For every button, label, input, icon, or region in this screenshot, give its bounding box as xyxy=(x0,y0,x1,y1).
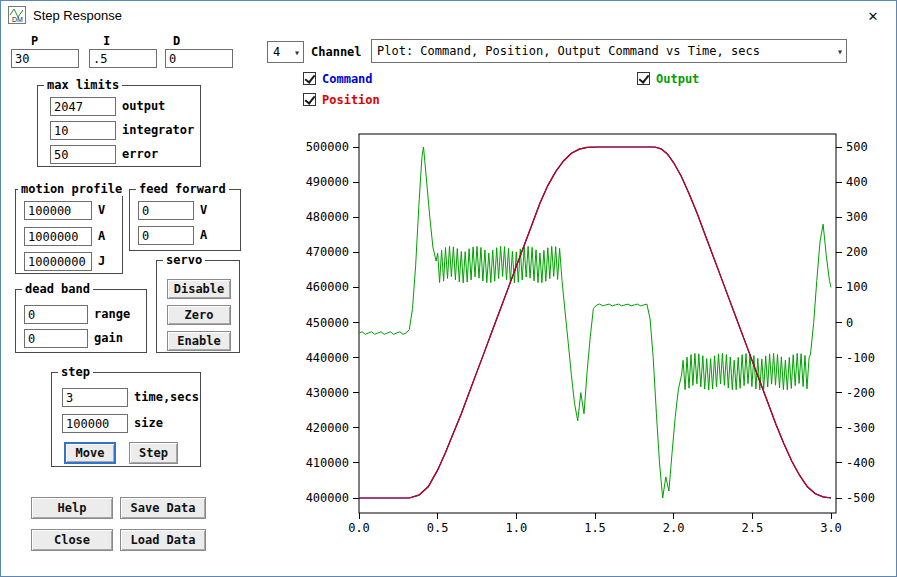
chevron-down-icon xyxy=(294,47,300,58)
ff-accel-input[interactable] xyxy=(138,226,194,245)
p-input[interactable] xyxy=(11,49,79,68)
left-axis-tick-label: 470000 xyxy=(306,245,349,259)
step-time-label: time,secs xyxy=(134,390,199,404)
right-axis-tick-label: -300 xyxy=(846,421,875,435)
close-button[interactable]: Close xyxy=(31,529,113,551)
left-axis-tick-label: 500000 xyxy=(306,140,349,154)
max-output-input[interactable] xyxy=(50,97,116,116)
output-checkbox-box xyxy=(637,72,650,85)
profile-velocity-label: V xyxy=(98,203,105,217)
i-input[interactable] xyxy=(89,49,157,68)
max-error-input[interactable] xyxy=(50,145,116,164)
position-checkbox[interactable]: Position xyxy=(303,92,395,108)
left-axis-tick-label: 460000 xyxy=(306,280,349,294)
command-checkbox-label: Command xyxy=(322,72,373,86)
close-window-button[interactable] xyxy=(850,1,896,30)
dead-band-gain-label: gain xyxy=(94,331,123,345)
right-axis-tick-label: 200 xyxy=(846,245,868,259)
servo-enable-button[interactable]: Enable xyxy=(167,331,231,351)
x-axis-tick-label: 2.5 xyxy=(741,521,763,535)
step-title: step xyxy=(58,365,93,379)
d-input[interactable] xyxy=(165,49,233,68)
feed-forward-title: feed forward xyxy=(136,182,229,196)
left-axis-tick-label: 440000 xyxy=(306,351,349,365)
ff-velocity-label: V xyxy=(200,203,207,217)
output-checkbox[interactable]: Output xyxy=(637,71,717,87)
max-error-label: error xyxy=(122,147,158,161)
right-axis-tick-label: 400 xyxy=(846,175,868,189)
ff-accel-label: A xyxy=(200,228,207,242)
servo-disable-button[interactable]: Disable xyxy=(167,279,231,299)
x-axis-tick-label: 0.5 xyxy=(427,521,449,535)
profile-velocity-input[interactable] xyxy=(24,201,92,220)
x-axis-tick-label: 2.0 xyxy=(663,521,685,535)
dead-band-group: dead band range gain xyxy=(15,289,147,353)
window: DM Step Response P I D 4 Channel Plot: C… xyxy=(0,0,897,577)
command-checkbox-box xyxy=(303,72,316,85)
p-label: P xyxy=(31,34,38,48)
right-axis-tick-label: -500 xyxy=(846,491,875,505)
step-time-input[interactable] xyxy=(62,388,128,407)
left-axis-tick-label: 450000 xyxy=(306,316,349,330)
servo-group: servo Disable Zero Enable xyxy=(156,260,240,353)
d-label: D xyxy=(173,34,180,48)
max-limits-title: max limits xyxy=(44,78,122,92)
right-axis-tick-label: 100 xyxy=(846,280,868,294)
step-group: step time,secs size Move Step xyxy=(51,372,201,467)
max-output-label: output xyxy=(122,99,165,113)
chart: 4000004100004200004300004400004500004600… xyxy=(301,126,891,546)
step-size-label: size xyxy=(134,416,163,430)
window-title: Step Response xyxy=(33,8,122,23)
right-axis-tick-label: 300 xyxy=(846,210,868,224)
dead-band-gain-input[interactable] xyxy=(24,329,88,348)
max-integrator-label: integrator xyxy=(122,123,194,137)
plot-select-value: Plot: Command, Position, Output Command … xyxy=(377,44,760,58)
output-checkbox-label: Output xyxy=(656,72,699,86)
feed-forward-group: feed forward V A xyxy=(129,189,241,251)
left-axis-tick-label: 410000 xyxy=(306,456,349,470)
x-axis-tick-label: 0.0 xyxy=(348,521,370,535)
step-size-input[interactable] xyxy=(62,414,128,433)
ff-velocity-input[interactable] xyxy=(138,201,194,220)
right-axis-tick-label: 0 xyxy=(846,316,853,330)
help-button[interactable]: Help xyxy=(31,497,113,519)
plot-select[interactable]: Plot: Command, Position, Output Command … xyxy=(371,39,847,63)
left-axis-tick-label: 490000 xyxy=(306,175,349,189)
right-axis-tick-label: -400 xyxy=(846,456,875,470)
motion-profile-group: motion profile V A J xyxy=(15,189,123,274)
left-axis-tick-label: 430000 xyxy=(306,386,349,400)
x-axis-tick-label: 1.5 xyxy=(584,521,606,535)
left-axis-tick-label: 400000 xyxy=(306,491,349,505)
right-axis-tick-label: -200 xyxy=(846,386,875,400)
profile-accel-label: A xyxy=(98,229,105,243)
position-checkbox-box xyxy=(303,93,316,106)
channel-select[interactable]: 4 xyxy=(267,41,304,63)
app-icon: DM xyxy=(8,6,26,24)
left-axis-tick-label: 480000 xyxy=(306,210,349,224)
x-axis-tick-label: 3.0 xyxy=(820,521,842,535)
profile-jerk-label: J xyxy=(98,254,105,268)
channel-select-value: 4 xyxy=(273,45,280,59)
right-axis-tick-label: 500 xyxy=(846,140,868,154)
servo-title: servo xyxy=(163,253,205,267)
position-checkbox-label: Position xyxy=(322,93,380,107)
step-button[interactable]: Step xyxy=(129,442,178,464)
load-data-button[interactable]: Load Data xyxy=(120,529,206,551)
i-label: I xyxy=(103,34,110,48)
move-button[interactable]: Move xyxy=(64,442,116,464)
servo-zero-button[interactable]: Zero xyxy=(167,305,231,325)
left-axis-tick-label: 420000 xyxy=(306,421,349,435)
dead-band-title: dead band xyxy=(22,282,93,296)
dead-band-range-label: range xyxy=(94,307,130,321)
plot-area xyxy=(359,134,836,513)
max-integrator-input[interactable] xyxy=(50,121,116,140)
right-axis-tick-label: -100 xyxy=(846,351,875,365)
command-checkbox[interactable]: Command xyxy=(303,71,395,87)
chevron-down-icon xyxy=(837,46,843,57)
motion-profile-title: motion profile xyxy=(18,182,125,196)
dead-band-range-input[interactable] xyxy=(24,305,88,324)
svg-text:DM: DM xyxy=(12,16,23,23)
profile-jerk-input[interactable] xyxy=(24,252,92,271)
profile-accel-input[interactable] xyxy=(24,227,92,246)
save-data-button[interactable]: Save Data xyxy=(120,497,206,519)
